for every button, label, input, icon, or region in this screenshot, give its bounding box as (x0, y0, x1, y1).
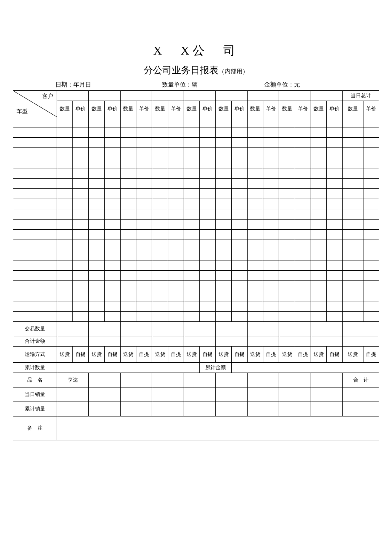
data-cell (247, 291, 263, 301)
data-cell (216, 240, 231, 250)
data-cell (247, 189, 263, 199)
data-cell (363, 240, 379, 250)
data-cell (295, 209, 311, 220)
ship-pickup: 自提 (363, 347, 379, 363)
data-cell (263, 189, 279, 199)
data-cell (89, 312, 104, 322)
data-cell (136, 138, 152, 148)
data-cell (184, 260, 199, 271)
data-cell (89, 138, 104, 148)
data-row (13, 199, 379, 209)
data-cell (343, 240, 363, 250)
data-cell (57, 291, 72, 301)
data-cell (57, 230, 72, 240)
data-cell (104, 199, 120, 209)
data-cell (120, 179, 136, 189)
cell (120, 336, 152, 347)
data-cell (73, 301, 89, 312)
data-cell (184, 250, 199, 260)
cell (152, 387, 184, 402)
ship-deliver: 送货 (343, 347, 363, 363)
data-cell (200, 291, 216, 301)
data-cell (279, 189, 295, 199)
data-row (13, 168, 379, 179)
data-cell (216, 168, 231, 179)
data-cell (89, 260, 104, 271)
cell (120, 387, 152, 402)
ship-deliver: 送货 (279, 347, 295, 363)
data-cell (152, 138, 168, 148)
data-cell (263, 209, 279, 220)
data-cell (295, 158, 311, 168)
label-cum-amt: 累计金额 (200, 363, 232, 373)
label-product-name: 品 名 (13, 373, 57, 387)
ship-deliver: 送货 (247, 347, 263, 363)
col-qty: 数量 (152, 101, 168, 117)
product-name-cell: 亨达 (57, 373, 89, 387)
data-cell (247, 168, 263, 179)
row-label-cell (13, 179, 57, 189)
data-cell (73, 189, 89, 199)
data-cell (184, 117, 199, 127)
data-cell (200, 281, 216, 291)
data-cell (363, 260, 379, 271)
data-row (13, 117, 379, 127)
row-label-cell (13, 230, 57, 240)
data-cell (152, 281, 168, 291)
data-cell (216, 312, 231, 322)
data-cell (200, 168, 216, 179)
data-cell (295, 138, 311, 148)
corner-cell: 客户 车型 (13, 91, 57, 117)
cell (343, 322, 379, 336)
data-cell (363, 138, 379, 148)
data-cell (57, 168, 72, 179)
data-cell (57, 271, 72, 281)
customer-group-header (57, 91, 89, 101)
data-cell (184, 148, 199, 158)
data-cell (231, 189, 247, 199)
data-cell (231, 220, 247, 230)
cell (120, 322, 152, 336)
data-cell (327, 179, 343, 189)
data-cell (104, 312, 120, 322)
data-cell (263, 230, 279, 240)
data-cell (184, 138, 199, 148)
data-cell (136, 291, 152, 301)
report-title-main: 分公司业务日报表 (144, 65, 219, 75)
data-cell (279, 271, 295, 281)
data-cell (311, 199, 326, 209)
data-cell (295, 168, 311, 179)
data-cell (216, 291, 231, 301)
data-cell (279, 240, 295, 250)
label-day-sales: 当日销量 (13, 387, 57, 402)
header-row-2: 数量 单价 数量 单价 数量 单价 数量 单价 数量 单价 数量 单价 数量 单… (13, 101, 379, 117)
data-cell (263, 179, 279, 189)
data-cell (152, 168, 168, 179)
cell (184, 336, 216, 347)
data-cell (136, 250, 152, 260)
data-cell (247, 158, 263, 168)
data-cell (343, 250, 363, 260)
data-cell (168, 312, 184, 322)
data-cell (263, 158, 279, 168)
data-cell (57, 179, 72, 189)
data-cell (136, 240, 152, 250)
cell (279, 387, 311, 402)
data-cell (57, 148, 72, 158)
data-cell (247, 117, 263, 127)
data-cell (152, 291, 168, 301)
ship-pickup: 自提 (327, 347, 343, 363)
corner-bottom-label: 车型 (17, 107, 28, 115)
ship-pickup: 自提 (168, 347, 184, 363)
data-cell (152, 127, 168, 138)
data-cell (295, 179, 311, 189)
data-cell (231, 301, 247, 312)
data-cell (311, 127, 326, 138)
label-total: 合 计 (343, 373, 379, 387)
data-cell (184, 312, 199, 322)
data-cell (57, 158, 72, 168)
data-cell (120, 209, 136, 220)
row-label-cell (13, 138, 57, 148)
data-cell (311, 148, 326, 158)
data-cell (120, 301, 136, 312)
